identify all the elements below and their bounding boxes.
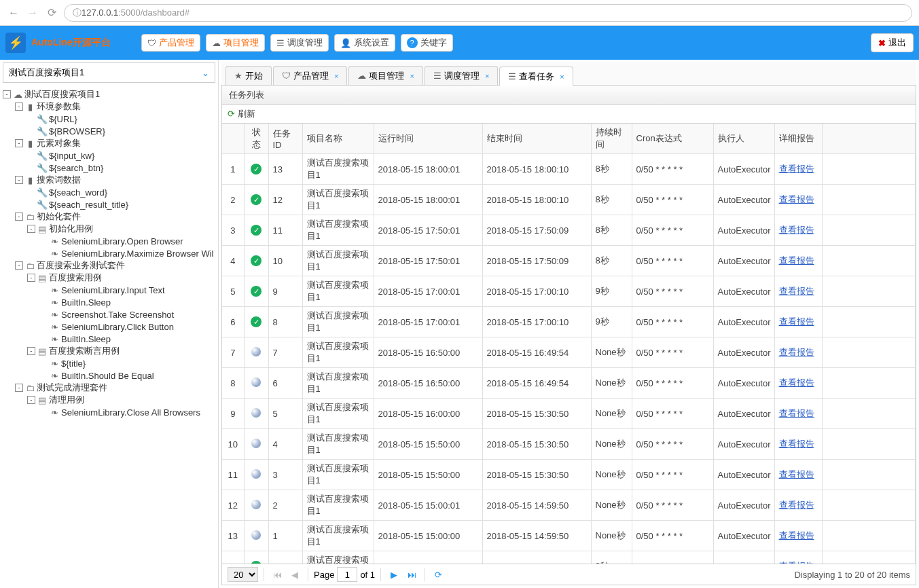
view-report-link[interactable]: 查看报告 xyxy=(779,408,814,418)
table-row[interactable]: 131测试百度搜索项目12018-05-15 15:00:002018-05-1… xyxy=(222,521,916,551)
tree-node[interactable]: ❧SeleniumLibrary.Input Text xyxy=(0,284,218,296)
col-header[interactable]: Cron表达式 xyxy=(632,124,713,154)
tree-node[interactable]: 🔧${input_kw} xyxy=(0,149,218,162)
keyword-button[interactable]: ?关键字 xyxy=(401,34,453,52)
url-bar[interactable]: ⓘ 127.0.0.1 :5000/dashboard# xyxy=(64,4,912,22)
page-size-select[interactable]: 20 xyxy=(228,567,258,582)
table-row[interactable]: 77测试百度搜索项目12018-05-15 16:50:002018-05-15… xyxy=(222,337,916,368)
tree-node[interactable]: -🗀测试完成清理套件 xyxy=(0,382,218,394)
col-header[interactable]: 详细报告 xyxy=(774,124,822,154)
tree-toggle-icon[interactable]: - xyxy=(15,139,23,147)
forward-button[interactable]: → xyxy=(26,6,39,20)
prev-page-button[interactable]: ◀ xyxy=(287,567,302,582)
tree-node[interactable]: -▮搜索词数据 xyxy=(0,174,218,186)
table-row[interactable]: 86测试百度搜索项目12018-05-15 16:50:002018-05-15… xyxy=(222,368,916,399)
logout-button[interactable]: ✖退出 xyxy=(871,33,914,52)
tree-node[interactable]: -▮环境参数集 xyxy=(0,100,218,113)
table-row[interactable]: 95测试百度搜索项目12018-05-15 16:00:002018-05-15… xyxy=(222,399,916,429)
project-select[interactable]: 测试百度搜索项目1 ⌄ xyxy=(3,62,215,83)
first-page-button[interactable]: ⏮ xyxy=(270,567,285,582)
project-button[interactable]: ☁项目管理 xyxy=(206,34,265,52)
tree-node[interactable]: 🔧${seach_result_title} xyxy=(0,198,218,210)
table-row[interactable]: 5✓9测试百度搜索项目12018-05-15 17:00:012018-05-1… xyxy=(222,276,916,307)
view-report-link[interactable]: 查看报告 xyxy=(779,286,814,296)
tree-node[interactable]: ❧SeleniumLibrary.Open Browser xyxy=(0,235,218,247)
tree-node[interactable]: -🗀百度搜索业务测试套件 xyxy=(0,259,218,272)
reload-grid-button[interactable]: ⟳ xyxy=(431,567,446,582)
table-row[interactable]: 3✓11测试百度搜索项目12018-05-15 17:50:012018-05-… xyxy=(222,215,916,246)
page-input[interactable] xyxy=(337,567,357,582)
tree-node[interactable]: -▤百度搜索用例 xyxy=(0,272,218,284)
tree-node[interactable]: ❧${title} xyxy=(0,357,218,369)
tree-node[interactable]: 🔧${seach_word} xyxy=(0,186,218,198)
tree-node[interactable]: ❧Screenshot.Take Screenshot xyxy=(0,308,218,320)
tab-项目管理[interactable]: ☁项目管理× xyxy=(348,66,422,85)
tree-toggle-icon[interactable]: - xyxy=(15,261,23,270)
view-report-link[interactable]: 查看报告 xyxy=(779,378,814,388)
tab-调度管理[interactable]: ☰调度管理× xyxy=(425,66,498,85)
col-header[interactable]: 运行时间 xyxy=(374,124,482,154)
view-report-link[interactable]: 查看报告 xyxy=(779,347,814,357)
tree-node[interactable]: -☁测试百度搜索项目1 xyxy=(0,88,218,100)
tree-toggle-icon[interactable]: - xyxy=(15,213,23,221)
schedule-button[interactable]: ☰调度管理 xyxy=(270,34,329,52)
tree-node[interactable]: 🔧${BROWSER} xyxy=(0,125,218,137)
tab-close-icon[interactable]: × xyxy=(485,72,489,80)
view-report-link[interactable]: 查看报告 xyxy=(779,530,814,540)
view-report-link[interactable]: 查看报告 xyxy=(779,225,814,235)
tree-node[interactable]: ❧SeleniumLibrary.Click Button xyxy=(0,320,218,333)
refresh-icon[interactable]: ⟳ xyxy=(228,109,235,119)
col-header[interactable]: 项目名称 xyxy=(302,124,374,154)
reload-button[interactable]: ⟳ xyxy=(45,6,58,20)
tree-node[interactable]: ❧SeleniumLibrary.Close All Browsers xyxy=(0,406,218,418)
tree-node[interactable]: -🗀初始化套件 xyxy=(0,210,218,223)
tree-node[interactable]: 🔧${URL} xyxy=(0,113,218,125)
tab-查看任务[interactable]: ☰查看任务× xyxy=(499,67,573,86)
table-row[interactable]: 2✓12测试百度搜索项目12018-05-15 18:00:012018-05-… xyxy=(222,185,916,215)
col-header[interactable]: 结束时间 xyxy=(482,124,591,154)
tree-toggle-icon[interactable]: - xyxy=(15,103,23,111)
tree-toggle-icon[interactable]: - xyxy=(27,347,35,355)
tree-node[interactable]: ❧BuiltIn.Should Be Equal xyxy=(0,369,218,382)
tree-node[interactable]: -▤清理用例 xyxy=(0,394,218,406)
tree-node[interactable]: ❧BuiltIn.Sleep xyxy=(0,333,218,345)
col-header[interactable]: 任务ID xyxy=(268,124,302,154)
tree-toggle-icon[interactable]: - xyxy=(27,274,35,282)
tree-node[interactable]: ❧SeleniumLibrary.Maximize Browser Wil xyxy=(0,247,218,259)
col-header[interactable]: 持续时间 xyxy=(591,124,632,154)
col-header[interactable]: 执行人 xyxy=(713,124,774,154)
back-button[interactable]: ← xyxy=(7,6,20,20)
tree-toggle-icon[interactable]: - xyxy=(15,176,23,184)
view-report-link[interactable]: 查看报告 xyxy=(779,500,814,510)
tree-node[interactable]: -▤百度搜索断言用例 xyxy=(0,345,218,357)
table-row[interactable]: 1✓13测试百度搜索项目12018-05-15 18:00:012018-05-… xyxy=(222,154,916,185)
tree-toggle-icon[interactable]: - xyxy=(27,396,35,404)
tree-toggle-icon[interactable]: - xyxy=(3,90,11,98)
view-report-link[interactable]: 查看报告 xyxy=(779,164,814,174)
system-button[interactable]: 👤系统设置 xyxy=(334,34,395,52)
col-header[interactable]: 状态 xyxy=(244,124,268,154)
tab-开始[interactable]: ★开始 xyxy=(226,66,272,85)
table-row[interactable]: 6✓8测试百度搜索项目12018-05-15 17:00:012018-05-1… xyxy=(222,307,916,337)
tab-close-icon[interactable]: × xyxy=(410,72,414,80)
col-header[interactable] xyxy=(222,124,244,154)
tree-toggle-icon[interactable]: - xyxy=(15,384,23,392)
tree-node[interactable]: -▮元素对象集 xyxy=(0,137,218,149)
product-button[interactable]: 🛡产品管理 xyxy=(141,34,200,52)
next-page-button[interactable]: ▶ xyxy=(386,567,401,582)
tree-node[interactable]: 🔧${search_btn} xyxy=(0,162,218,174)
table-row[interactable]: 122测试百度搜索项目12018-05-15 15:00:012018-05-1… xyxy=(222,490,916,521)
tab-产品管理[interactable]: 🛡产品管理× xyxy=(273,66,347,85)
table-row[interactable]: 113测试百度搜索项目12018-05-15 15:50:002018-05-1… xyxy=(222,460,916,490)
tab-close-icon[interactable]: × xyxy=(560,73,564,81)
view-report-link[interactable]: 查看报告 xyxy=(779,439,814,449)
tree-node[interactable]: -▤初始化用例 xyxy=(0,223,218,235)
view-report-link[interactable]: 查看报告 xyxy=(779,469,814,479)
table-row[interactable]: 104测试百度搜索项目12018-05-15 15:50:002018-05-1… xyxy=(222,429,916,460)
last-page-button[interactable]: ⏭ xyxy=(404,567,419,582)
tab-close-icon[interactable]: × xyxy=(334,72,338,80)
refresh-label[interactable]: 刷新 xyxy=(238,108,255,120)
view-report-link[interactable]: 查看报告 xyxy=(779,316,814,327)
view-report-link[interactable]: 查看报告 xyxy=(779,255,814,265)
tree-toggle-icon[interactable]: - xyxy=(27,225,35,233)
